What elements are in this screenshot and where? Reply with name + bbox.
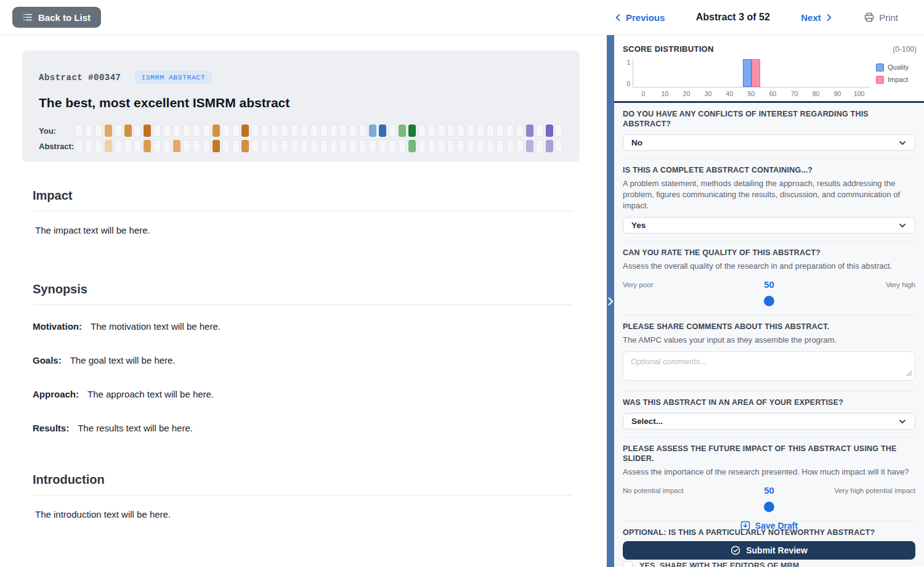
score-cell xyxy=(144,124,151,137)
comments-textarea[interactable] xyxy=(623,351,915,381)
score-range-label: (0-100) xyxy=(893,45,917,54)
score-cell xyxy=(457,140,464,152)
goals-label: Goals: xyxy=(33,355,62,365)
score-cell xyxy=(369,140,376,152)
previous-button[interactable]: Previous xyxy=(614,12,665,23)
score-cell xyxy=(173,140,180,152)
x-tick-label: 10 xyxy=(662,90,669,97)
impact-slider-handle[interactable] xyxy=(764,502,774,512)
score-cell xyxy=(261,140,269,152)
y-axis: 1 0 xyxy=(623,59,633,88)
score-cell xyxy=(399,124,406,137)
score-cell xyxy=(213,124,220,137)
back-to-list-button[interactable]: Back to List xyxy=(12,7,101,28)
impact-text: The impact text will be here. xyxy=(33,225,572,235)
x-tick-label: 50 xyxy=(748,90,755,97)
impact-max-label: Very high potential impact xyxy=(834,487,915,494)
comments-question-label: PLEASE SHARE COMMENTS ABOUT THIS ABSTRAC… xyxy=(623,322,915,332)
panel-collapse-chevron-icon[interactable] xyxy=(607,294,614,309)
score-cell xyxy=(349,140,357,152)
strip-row-label: Abstract: xyxy=(39,142,75,151)
x-tick-label: 100 xyxy=(854,90,865,97)
score-cell xyxy=(496,124,504,137)
score-cell xyxy=(487,124,494,137)
conflict-select[interactable]: No xyxy=(623,134,915,151)
score-cell xyxy=(526,124,533,137)
score-cell xyxy=(389,124,396,137)
save-draft-button[interactable]: Save Draft xyxy=(623,517,915,534)
score-cell xyxy=(310,124,318,137)
previous-label: Previous xyxy=(626,12,665,23)
score-cell xyxy=(95,124,102,137)
score-cell xyxy=(232,124,240,137)
score-cell xyxy=(173,124,180,137)
quality-swatch xyxy=(876,63,884,71)
score-cell xyxy=(379,124,386,137)
x-tick-label: 90 xyxy=(834,90,841,97)
mrm-checkbox-row[interactable]: YES, SHARE WITH THE EDITORS OF MRM xyxy=(623,561,915,567)
motivation-label: Motivation: xyxy=(33,321,82,332)
score-cell xyxy=(193,124,200,137)
comments-question-desc: The AMPC values your input as they assem… xyxy=(623,335,915,346)
goals-text: The goal text will be here. xyxy=(70,355,176,365)
score-cell xyxy=(408,140,416,152)
score-distribution-title: SCORE DISTRIBUTION xyxy=(623,44,714,54)
impact-bar xyxy=(752,59,760,87)
score-cell xyxy=(193,140,200,152)
score-cell xyxy=(359,140,367,152)
impact-swatch xyxy=(876,76,884,84)
you-score-strip: You: xyxy=(39,124,563,137)
impact-legend-label: Impact xyxy=(888,76,908,83)
back-to-list-label: Back to List xyxy=(38,12,91,23)
submit-review-button[interactable]: Submit Review xyxy=(623,541,915,560)
score-cell xyxy=(301,140,308,152)
next-label: Next xyxy=(801,12,821,23)
x-axis-ticks: 0102030405060708090100 xyxy=(633,89,870,99)
review-actions: Save Draft Submit Review xyxy=(623,517,915,560)
score-cell xyxy=(339,140,347,152)
impact-heading: Impact xyxy=(33,189,572,211)
score-distribution-section: SCORE DISTRIBUTION (0-100) 1 0 Quality I… xyxy=(614,35,924,103)
submit-review-label: Submit Review xyxy=(746,545,808,555)
score-cell xyxy=(251,140,259,152)
synopsis-goals-row: Goals:The goal text will be here. xyxy=(33,355,572,365)
score-cell xyxy=(134,124,141,137)
x-tick-label: 70 xyxy=(791,90,798,97)
score-cell xyxy=(546,124,553,137)
strip-row-label: You: xyxy=(39,126,75,136)
strip-track xyxy=(75,124,563,137)
comments-question-group: PLEASE SHARE COMMENTS ABOUT THIS ABSTRAC… xyxy=(623,316,915,391)
conflict-select-value: No xyxy=(631,138,642,147)
print-button[interactable]: Print xyxy=(864,12,898,23)
mrm-checkbox[interactable] xyxy=(623,561,633,567)
score-cell xyxy=(516,124,524,137)
mrm-checkbox-label: YES, SHARE WITH THE EDITORS OF MRM xyxy=(639,561,799,567)
score-cell xyxy=(85,124,92,137)
top-bar: Back to List Previous Abstract 3 of 52 N… xyxy=(0,0,924,35)
score-cell xyxy=(241,124,249,137)
expertise-question-label: WAS THIS ABSTRACT IN AN AREA OF YOUR EXP… xyxy=(623,398,915,407)
complete-select[interactable]: Yes xyxy=(623,217,915,234)
quality-slider-value: 50 xyxy=(764,279,774,290)
x-tick-label: 30 xyxy=(705,90,712,97)
expertise-select[interactable]: Select... xyxy=(623,413,915,430)
quality-bar xyxy=(743,59,752,87)
score-cell xyxy=(222,140,230,152)
chevron-right-icon xyxy=(825,14,833,22)
introduction-text: The introduction text will be here. xyxy=(33,509,572,520)
score-cell xyxy=(134,140,141,152)
synopsis-section: Synopsis Motivation:The motivation text … xyxy=(33,282,572,433)
approach-text: The approach text will be here. xyxy=(87,389,214,399)
score-cell xyxy=(301,124,308,137)
score-cell xyxy=(163,140,171,152)
score-cell xyxy=(369,124,376,137)
score-cell xyxy=(105,140,112,152)
score-cell xyxy=(251,124,259,137)
quality-slider-handle[interactable] xyxy=(764,296,774,306)
next-button[interactable]: Next xyxy=(801,12,833,23)
score-cell xyxy=(555,140,562,152)
quality-min-label: Very poor xyxy=(623,281,653,288)
score-cell xyxy=(124,140,132,152)
score-cell xyxy=(183,140,190,152)
resize-grip-icon[interactable] xyxy=(906,368,912,379)
